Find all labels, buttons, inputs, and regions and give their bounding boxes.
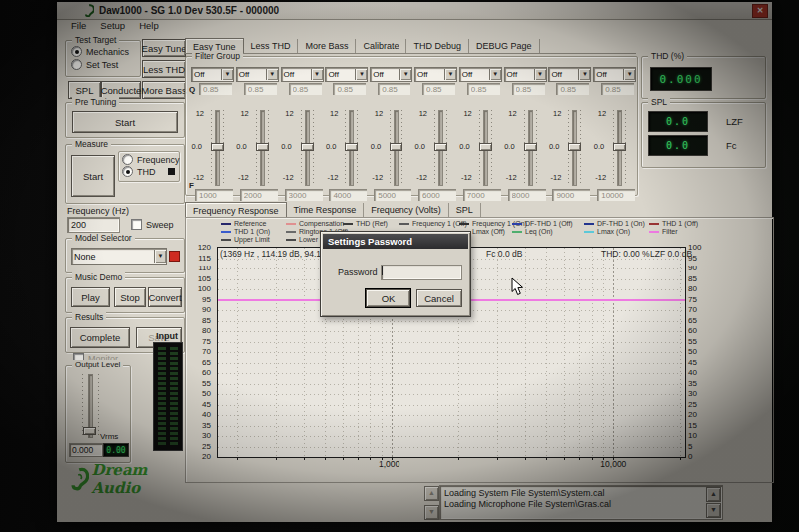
- tab-spl[interactable]: SPL: [449, 203, 481, 217]
- filter-gain-slider[interactable]: 12 0.0 -12: [413, 109, 457, 185]
- menu-setup[interactable]: Setup: [94, 20, 131, 33]
- filter-freq-input[interactable]: [463, 189, 501, 201]
- slider-thumb[interactable]: [390, 143, 402, 151]
- slider-thumb[interactable]: [524, 143, 537, 151]
- chevron-down-icon[interactable]: ▼: [266, 69, 278, 80]
- filter-mode-dropdown[interactable]: Off ▼: [504, 67, 547, 82]
- slider-thumb[interactable]: [479, 143, 492, 151]
- filter-mode-dropdown[interactable]: Off ▼: [414, 67, 457, 82]
- filter-q-input[interactable]: [422, 83, 455, 95]
- filter-q-input[interactable]: [199, 83, 232, 95]
- tab-frequency-volts[interactable]: Frequency (Volts): [364, 203, 449, 217]
- filter-q-input[interactable]: [467, 83, 500, 95]
- status-scroll-up-left[interactable]: ▲: [424, 486, 439, 501]
- tab-debug-page[interactable]: DEBUG Page: [469, 39, 540, 53]
- filter-mode-dropdown[interactable]: Off ▼: [236, 67, 279, 82]
- radio-thd[interactable]: THD: [122, 166, 156, 177]
- filter-gain-slider[interactable]: 12 0.0 -12: [592, 109, 636, 185]
- filter-gain-slider[interactable]: 12 0.0 -12: [324, 109, 368, 185]
- tab-time-response[interactable]: Time Response: [287, 203, 365, 217]
- filter-freq-input[interactable]: [418, 189, 456, 201]
- cancel-button[interactable]: Cancel: [416, 289, 462, 307]
- slider-thumb[interactable]: [256, 143, 269, 151]
- filter-gain-slider[interactable]: 12 0.0 -12: [235, 109, 279, 185]
- close-button[interactable]: ✕: [752, 4, 768, 18]
- radio-frequency[interactable]: Frequency: [122, 154, 180, 165]
- slider-thumb[interactable]: [83, 427, 96, 435]
- ok-button[interactable]: OK: [366, 289, 410, 307]
- filter-mode-dropdown[interactable]: Off ▼: [191, 67, 234, 82]
- menu-file[interactable]: File: [65, 20, 92, 33]
- filter-gain-slider[interactable]: 12 0.0 -12: [280, 109, 324, 185]
- menu-help[interactable]: Help: [133, 20, 165, 33]
- sweep-checkbox[interactable]: Sweep: [131, 219, 174, 230]
- model-selector-dropdown[interactable]: None ▼: [71, 248, 167, 265]
- pre-tuning-start-button[interactable]: Start: [72, 111, 178, 133]
- dialog-titlebar[interactable]: Settings Password: [323, 234, 468, 249]
- radio-mechanics[interactable]: Mechanics: [71, 46, 129, 57]
- play-button[interactable]: Play: [71, 287, 110, 307]
- slider-thumb[interactable]: [613, 143, 626, 151]
- filter-freq-input[interactable]: [285, 189, 323, 201]
- filter-gain-slider[interactable]: 12 0.0 -12: [190, 109, 234, 185]
- tab-calibrate[interactable]: Calibrate: [356, 39, 406, 53]
- filter-q-input[interactable]: [512, 83, 545, 95]
- less-thd-button[interactable]: Less THD: [142, 60, 186, 78]
- slider-thumb[interactable]: [211, 143, 224, 151]
- status-scroll-up[interactable]: ▲: [706, 487, 721, 502]
- filter-freq-input[interactable]: [195, 189, 233, 201]
- convert-button[interactable]: Convert: [148, 287, 182, 307]
- slider-thumb[interactable]: [434, 143, 447, 151]
- filter-gain-slider[interactable]: 12 0.0 -12: [458, 109, 502, 185]
- complete-button[interactable]: Complete: [70, 327, 130, 348]
- filter-mode-dropdown[interactable]: Off ▼: [325, 67, 368, 82]
- gridline: [564, 248, 565, 457]
- filter-freq-input[interactable]: [240, 189, 278, 201]
- filter-q-input[interactable]: [556, 83, 589, 95]
- filter-freq-input[interactable]: [552, 189, 590, 201]
- easy-tune-button[interactable]: Easy Tune: [142, 39, 186, 57]
- filter-mode-dropdown[interactable]: Off ▼: [593, 67, 636, 82]
- password-input[interactable]: [381, 265, 462, 280]
- filter-freq-input[interactable]: [329, 189, 367, 201]
- filter-q-input[interactable]: [378, 83, 410, 95]
- filter-q-input[interactable]: [601, 83, 634, 95]
- chevron-down-icon[interactable]: ▼: [355, 69, 367, 80]
- chevron-down-icon[interactable]: ▼: [221, 69, 233, 80]
- tab-frequency-response[interactable]: Frequency Response: [185, 202, 287, 218]
- tab-less-thd[interactable]: Less THD: [244, 39, 299, 53]
- chevron-down-icon[interactable]: ▼: [489, 69, 501, 80]
- filter-freq-input[interactable]: [597, 189, 635, 201]
- filter-freq-input[interactable]: [374, 189, 411, 201]
- radio-set-test[interactable]: Set Test: [71, 59, 118, 70]
- measure-start-button[interactable]: Start: [71, 155, 115, 197]
- tab-thd-debug[interactable]: THD Debug: [406, 39, 469, 53]
- filter-mode-dropdown[interactable]: Off ▼: [548, 67, 591, 82]
- chevron-down-icon[interactable]: ▼: [311, 69, 323, 80]
- tab-more-bass[interactable]: More Bass: [298, 39, 356, 53]
- filter-mode-dropdown[interactable]: Off ▼: [281, 67, 324, 82]
- filter-mode-dropdown[interactable]: Off ▼: [370, 67, 412, 82]
- filter-q-input[interactable]: [244, 83, 277, 95]
- chevron-down-icon[interactable]: ▼: [578, 69, 590, 80]
- more-bass-button[interactable]: More Bass: [142, 81, 186, 99]
- slider-thumb[interactable]: [568, 143, 581, 151]
- filter-q-input[interactable]: [289, 83, 322, 95]
- frequency-input[interactable]: [67, 217, 120, 233]
- status-scroll-down[interactable]: ▼: [706, 503, 721, 518]
- filter-q-input[interactable]: [333, 83, 366, 95]
- slider-thumb[interactable]: [301, 143, 314, 151]
- filter-gain-slider[interactable]: 12 0.0 -12: [503, 109, 547, 185]
- chevron-down-icon[interactable]: ▼: [154, 250, 166, 263]
- filter-mode-dropdown[interactable]: Off ▼: [459, 67, 502, 82]
- chevron-down-icon[interactable]: ▼: [400, 69, 411, 80]
- chevron-down-icon[interactable]: ▼: [623, 69, 635, 80]
- filter-gain-slider[interactable]: 12 0.0 -12: [547, 109, 591, 185]
- chevron-down-icon[interactable]: ▼: [534, 69, 546, 80]
- stop-button[interactable]: Stop: [114, 287, 146, 307]
- chevron-down-icon[interactable]: ▼: [444, 69, 456, 80]
- slider-thumb[interactable]: [345, 143, 358, 151]
- filter-freq-input[interactable]: [508, 189, 546, 201]
- filter-gain-slider[interactable]: 12 0.0 -12: [369, 109, 412, 185]
- status-scroll-down-left[interactable]: ▼: [424, 505, 439, 520]
